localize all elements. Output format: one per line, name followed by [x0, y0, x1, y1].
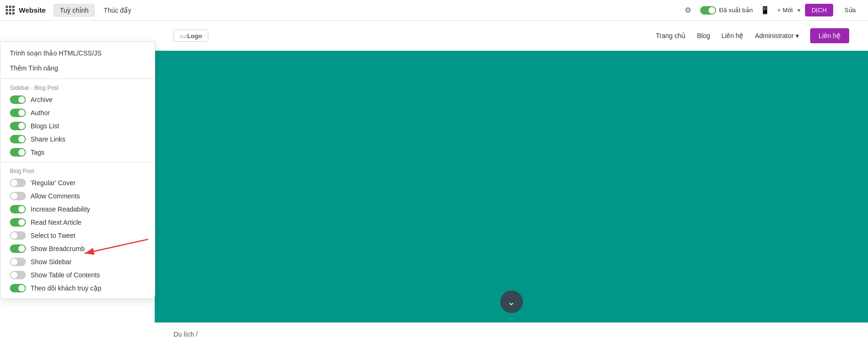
toggle-allow-comments[interactable]: Allow Comments [0, 189, 155, 203]
toggle-regular-cover-label: 'Regular' Cover [31, 179, 76, 187]
hero-section: ⌄ [155, 51, 868, 322]
sua-button[interactable]: Sửa [838, 4, 862, 16]
toggle-select-to-tweet[interactable]: Select to Tweet [0, 229, 155, 242]
toggle-archive-switch[interactable] [10, 95, 26, 104]
publish-toggle-switch[interactable] [700, 6, 716, 15]
mobile-icon[interactable]: 📱 [758, 3, 773, 18]
main-area: Trình soạn thảo HTML/CSS/JS Thêm Tính nă… [0, 21, 868, 346]
toggle-tags[interactable]: Tags [0, 146, 155, 159]
breadcrumb-text: Du lịch / [174, 330, 197, 338]
toggle-show-breadcrumb-label: Show Breadcrumb [31, 245, 85, 252]
toggle-allow-comments-switch[interactable] [10, 192, 26, 200]
preview-navbar: ourLogo Trang chủ Blog Liên hệ Administr… [155, 21, 868, 51]
toggle-allow-comments-label: Allow Comments [31, 192, 80, 200]
nav-lien-he[interactable]: Liên hệ [721, 32, 743, 39]
toggle-archive[interactable]: Archive [0, 93, 155, 106]
toggle-show-sidebar[interactable]: Show Sidebar [0, 255, 155, 268]
toggle-show-sidebar-switch[interactable] [10, 258, 26, 266]
toggle-read-next-article-label: Read Next Article [31, 219, 81, 226]
logo-box: ourLogo [174, 30, 208, 42]
publish-label: Đã xuất bản [719, 7, 753, 14]
toggle-show-breadcrumb[interactable]: Show Breadcrumb [0, 242, 155, 255]
toggle-track-visitors[interactable]: Theo dõi khách truy cập [0, 282, 155, 295]
publish-toggle[interactable]: Đã xuất bản [700, 6, 753, 15]
toggle-track-visitors-label: Theo dõi khách truy cập [31, 284, 102, 292]
grid-icon[interactable] [6, 6, 15, 15]
dropdown-menu: Trình soạn thảo HTML/CSS/JS Thêm Tính nă… [0, 41, 155, 299]
nav-administrator-label: Administrator [755, 32, 793, 39]
cta-button[interactable]: Liên hệ [810, 28, 849, 43]
toggle-read-next-article[interactable]: Read Next Article [0, 216, 155, 229]
nav-tuy-chinh[interactable]: Tuỳ chỉnh [53, 4, 95, 17]
nav-administrator[interactable]: Administrator ▾ [755, 32, 798, 39]
toggle-author[interactable]: Author [0, 106, 155, 119]
toggle-increase-readability-switch[interactable] [10, 205, 26, 213]
toggle-select-to-tweet-switch[interactable] [10, 231, 26, 240]
topbar-left: Website Tuỳ chỉnh Thúc đẩy [6, 4, 138, 17]
toggle-share-links[interactable]: Share Links [0, 133, 155, 146]
toggle-show-toc-switch[interactable] [10, 271, 26, 279]
toggle-show-toc-label: Show Table of Contents [31, 271, 100, 279]
toggle-share-links-switch[interactable] [10, 135, 26, 143]
html-editor-item[interactable]: Trình soạn thảo HTML/CSS/JS [0, 46, 155, 61]
toggle-blogs-list-switch[interactable] [10, 122, 26, 130]
toggle-show-toc[interactable]: Show Table of Contents [0, 268, 155, 282]
toggle-select-to-tweet-label: Select to Tweet [31, 232, 75, 239]
toggle-regular-cover[interactable]: 'Regular' Cover [0, 176, 155, 189]
nav-blog[interactable]: Blog [697, 32, 710, 39]
blogpost-section-label: Blog Post [0, 165, 155, 176]
dich-button[interactable]: DỊCH [805, 4, 833, 16]
toggle-increase-readability-label: Increase Readability [31, 205, 90, 213]
toggle-regular-cover-switch[interactable] [10, 179, 26, 187]
toggle-archive-label: Archive [31, 96, 53, 103]
toggle-show-sidebar-label: Show Sidebar [31, 258, 71, 266]
toggle-increase-readability[interactable]: Increase Readability [0, 203, 155, 216]
toggle-author-switch[interactable] [10, 109, 26, 117]
toggle-tags-label: Tags [31, 149, 45, 156]
logo-text: ourLogo [174, 30, 208, 42]
menu-divider-1 [0, 79, 155, 79]
toggle-blogs-list[interactable]: Blogs List [0, 119, 155, 133]
preview-nav-links: Trang chủ Blog Liên hệ Administrator ▾ L… [655, 28, 849, 43]
add-feature-item[interactable]: Thêm Tính năng [0, 61, 155, 76]
topbar-nav: Tuỳ chỉnh Thúc đẩy [53, 4, 138, 17]
breadcrumb-area: Du lịch / [155, 322, 868, 346]
site-name: Website [19, 6, 46, 14]
toggle-read-next-article-switch[interactable] [10, 218, 26, 227]
toggle-share-links-label: Share Links [31, 135, 65, 143]
menu-divider-2 [0, 162, 155, 162]
toggle-blogs-list-label: Blogs List [31, 122, 59, 130]
hero-chevron-button[interactable]: ⌄ [500, 291, 523, 313]
settings-icon[interactable]: ⚙ [680, 3, 695, 18]
nav-trang-chu[interactable]: Trang chủ [655, 32, 686, 39]
sidebar-section-label: Sidebar - Blog Post [0, 82, 155, 93]
toggle-track-visitors-switch[interactable] [10, 284, 26, 292]
toggle-author-label: Author [31, 109, 50, 117]
topbar-right: ⚙ Đã xuất bản 📱 + Mới ▾ DỊCH Sửa [680, 3, 862, 18]
nav-thuc-day[interactable]: Thúc đẩy [97, 4, 138, 17]
new-button[interactable]: + Mới [777, 7, 793, 14]
topbar: Website Tuỳ chỉnh Thúc đẩy ⚙ Đã xuất bản… [0, 0, 868, 21]
toggle-tags-switch[interactable] [10, 148, 26, 157]
new-dropdown-arrow[interactable]: ▾ [797, 7, 800, 14]
nav-administrator-arrow: ▾ [796, 32, 799, 39]
toggle-show-breadcrumb-switch[interactable] [10, 244, 26, 253]
